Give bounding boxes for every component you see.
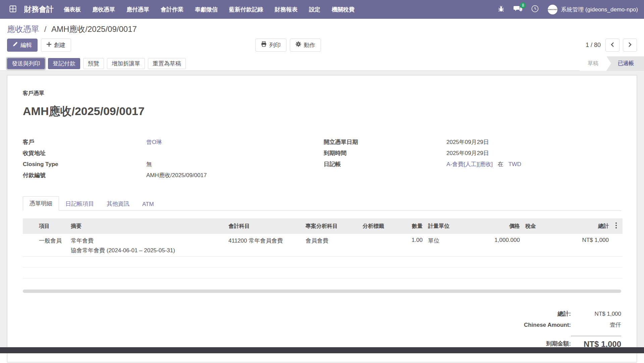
stage-draft[interactable]: 草稿 bbox=[580, 56, 606, 71]
print-button[interactable]: 列印 bbox=[255, 39, 286, 52]
col-analytic-account[interactable]: 專案分析科目 bbox=[303, 218, 360, 234]
user-menu[interactable]: ADMINISTRATO 系統管理 (gideons_demo-npo) bbox=[548, 5, 638, 14]
user-name: 系統管理 (gideons_demo-npo) bbox=[561, 6, 638, 13]
col-quantity[interactable]: 數量 bbox=[395, 218, 425, 234]
pager: 1 / 80 bbox=[586, 39, 637, 52]
control-panel: 應收憑單 / AMH應收/2025/09/0017 編輯 創建 列印 bbox=[0, 19, 644, 56]
form-background: 客戶憑單 AMH應收/2025/09/0017 客戶 曾O琳 收貨地址 Clos… bbox=[0, 71, 644, 347]
empty-row bbox=[23, 268, 623, 279]
col-account[interactable]: 會計科目 bbox=[226, 218, 303, 234]
col-item[interactable]: 項目 bbox=[36, 218, 68, 234]
pencil-icon bbox=[13, 42, 18, 48]
cell-subtotal[interactable]: NT$ 1,000 bbox=[553, 234, 611, 257]
chevron-left-icon bbox=[610, 42, 614, 48]
bug-icon bbox=[497, 5, 505, 14]
amount-due-value: NT$ 1,000 bbox=[571, 336, 621, 352]
col-subtotal[interactable]: 總計 bbox=[553, 218, 611, 234]
statusbar-row: 發送與列印 登記付款 預覽 增加折讓單 重置為草稿 草稿 已過帳 bbox=[0, 56, 644, 71]
menu-agency-tax[interactable]: 機關稅費 bbox=[332, 6, 355, 13]
messages-count-badge: 8 bbox=[520, 2, 526, 8]
register-payment-button[interactable]: 登記付款 bbox=[48, 58, 80, 69]
due-date-value: 2025年09月29日 bbox=[446, 148, 489, 159]
empty-row bbox=[23, 257, 623, 268]
journal-label: 日記帳 bbox=[324, 159, 446, 170]
app-title[interactable]: 財務會計 bbox=[24, 4, 54, 14]
kebab-icon bbox=[614, 221, 618, 230]
edit-button[interactable]: 編輯 bbox=[7, 39, 38, 52]
printer-icon bbox=[261, 41, 267, 49]
cell-uom[interactable]: 單位 bbox=[425, 234, 466, 257]
pager-count: 1 / 80 bbox=[586, 42, 601, 49]
horizontal-scrollbar[interactable] bbox=[23, 290, 621, 293]
breadcrumb-separator: / bbox=[44, 24, 47, 34]
tab-journal-items[interactable]: 日記帳項目 bbox=[59, 197, 100, 211]
closing-type-label: Closing Type bbox=[23, 159, 146, 170]
activities-button[interactable] bbox=[531, 5, 539, 14]
total-value: NT$ 1,000 bbox=[571, 308, 621, 319]
breadcrumb-current: AMH應收/2025/09/0017 bbox=[51, 24, 137, 34]
pager-previous-button[interactable] bbox=[605, 39, 620, 52]
currency-link[interactable]: TWD bbox=[508, 161, 521, 167]
menu-dashboard[interactable]: 儀表板 bbox=[64, 6, 81, 13]
invoice-date-value: 2025年09月29日 bbox=[446, 137, 489, 148]
invoice-date-label: 開立憑單日期 bbox=[324, 137, 446, 148]
drag-handle-column bbox=[23, 218, 36, 234]
col-uom[interactable]: 計量單位 bbox=[425, 218, 466, 234]
menu-settings[interactable]: 設定 bbox=[309, 6, 320, 13]
plus-icon bbox=[47, 42, 51, 48]
messages-button[interactable]: 8 bbox=[514, 5, 522, 14]
menu-financial-reports[interactable]: 財務報表 bbox=[275, 6, 298, 13]
cell-analytic-account[interactable]: 會員會費 bbox=[303, 234, 360, 257]
tab-other-info[interactable]: 其他資訊 bbox=[100, 197, 136, 211]
tab-atm[interactable]: ATM bbox=[136, 198, 160, 211]
avatar: ADMINISTRATO bbox=[548, 5, 557, 14]
apps-menu-button[interactable] bbox=[6, 3, 19, 16]
chinese-amount-label: Chinese Amount: bbox=[524, 319, 571, 330]
due-date-label: 到期時間 bbox=[324, 148, 446, 159]
tab-invoice-lines[interactable]: 憑單明細 bbox=[23, 196, 59, 211]
pager-next-button[interactable] bbox=[623, 39, 637, 52]
cell-account[interactable]: 411200 常年會員會費 bbox=[226, 234, 303, 257]
delivery-address-label: 收貨地址 bbox=[23, 148, 146, 159]
action-button[interactable]: 動作 bbox=[290, 39, 321, 52]
payment-reference-value: AMH應收/2025/09/0017 bbox=[146, 170, 207, 181]
chevron-right-icon bbox=[628, 42, 632, 48]
cell-handle bbox=[23, 234, 36, 257]
closing-type-value: 無 bbox=[146, 159, 152, 170]
preview-button[interactable]: 預覽 bbox=[83, 58, 104, 69]
col-label[interactable]: 摘要 bbox=[68, 218, 226, 234]
table-header-row: 項目 摘要 會計科目 專案分析科目 分析標籤 數量 計量單位 價格 稅金 總計 bbox=[23, 218, 623, 234]
col-analytic-tags[interactable]: 分析標籤 bbox=[360, 218, 395, 234]
journal-link[interactable]: A-會費[人工][應收] bbox=[446, 161, 493, 167]
menu-newebpay-records[interactable]: 藍新付款記錄 bbox=[229, 6, 263, 13]
cell-price[interactable]: 1,000.000 bbox=[466, 234, 523, 257]
clock-icon bbox=[531, 5, 539, 14]
send-and-print-button[interactable]: 發送與列印 bbox=[7, 58, 45, 69]
customer-link[interactable]: 曾O琳 bbox=[146, 137, 162, 148]
menu-receivable-vouchers[interactable]: 應收憑單 bbox=[92, 6, 115, 13]
debug-button[interactable] bbox=[497, 5, 505, 14]
reset-to-draft-button[interactable]: 重置為草稿 bbox=[148, 58, 186, 69]
col-taxes[interactable]: 稅金 bbox=[523, 218, 553, 234]
optional-columns-button[interactable] bbox=[611, 218, 623, 234]
add-credit-note-button[interactable]: 增加折讓單 bbox=[107, 58, 145, 69]
totals-section: 總計: NT$ 1,000 Chinese Amount: 壹仟 到期金額: N… bbox=[477, 308, 621, 352]
cell-analytic-tags[interactable] bbox=[360, 234, 395, 257]
menu-donation-receipts[interactable]: 奉獻徵信 bbox=[195, 6, 218, 13]
cell-taxes[interactable] bbox=[523, 234, 553, 257]
breadcrumb-parent-link[interactable]: 應收憑單 bbox=[7, 24, 39, 34]
create-button[interactable]: 創建 bbox=[41, 39, 71, 52]
gear-icon bbox=[296, 41, 301, 49]
cell-item[interactable]: 一般會員 bbox=[36, 234, 68, 257]
breadcrumb: 應收憑單 / AMH應收/2025/09/0017 bbox=[7, 23, 637, 35]
col-price[interactable]: 價格 bbox=[466, 218, 523, 234]
document-type-label: 客戶憑單 bbox=[23, 90, 621, 97]
chinese-amount-value: 壹仟 bbox=[571, 319, 621, 330]
menu-accounting-ops[interactable]: 會計作業 bbox=[161, 6, 183, 13]
stage-posted[interactable]: 已過帳 bbox=[606, 56, 644, 71]
cell-quantity[interactable]: 1.00 bbox=[395, 234, 425, 257]
cell-label[interactable]: 常年會費 協會常年會費 (2024-06-01 – 2025-05-31) bbox=[68, 234, 226, 257]
menu-payable-vouchers[interactable]: 應付憑單 bbox=[126, 6, 149, 13]
journal-in-text: 在 bbox=[498, 161, 503, 167]
invoice-line-row[interactable]: 一般會員 常年會費 協會常年會費 (2024-06-01 – 2025-05-3… bbox=[23, 234, 623, 257]
